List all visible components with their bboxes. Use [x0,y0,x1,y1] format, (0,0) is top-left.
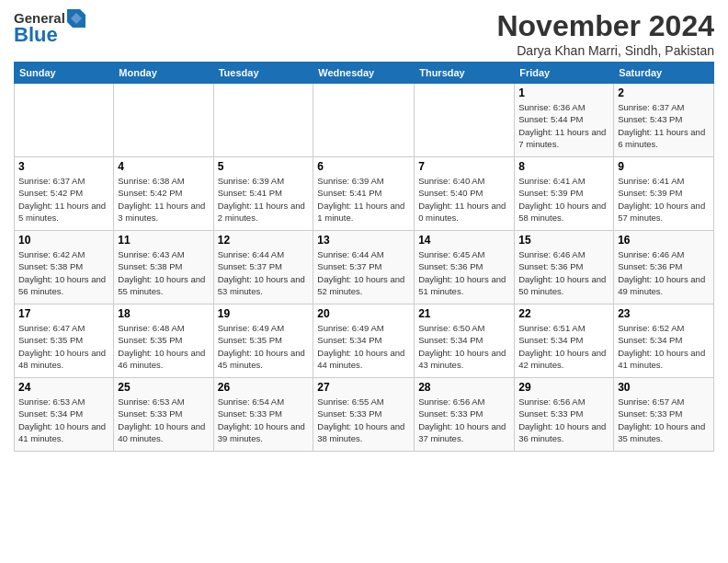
day-number: 14 [418,234,510,247]
calendar-cell: 9Sunrise: 6:41 AM Sunset: 5:39 PM Daylig… [614,157,714,231]
day-info: Sunrise: 6:50 AM Sunset: 5:34 PM Dayligh… [418,322,510,371]
day-number: 22 [518,307,609,320]
logo-icon [67,9,85,28]
day-info: Sunrise: 6:52 AM Sunset: 5:34 PM Dayligh… [618,322,710,371]
day-info: Sunrise: 6:41 AM Sunset: 5:39 PM Dayligh… [618,175,710,224]
day-header-tuesday: Tuesday [213,63,313,84]
calendar-week-row: 10Sunrise: 6:42 AM Sunset: 5:38 PM Dayli… [15,231,714,304]
calendar-cell: 10Sunrise: 6:42 AM Sunset: 5:38 PM Dayli… [15,231,114,304]
day-info: Sunrise: 6:42 AM Sunset: 5:38 PM Dayligh… [18,248,109,297]
subtitle: Darya Khan Marri, Sindh, Pakistan [496,43,714,58]
day-info: Sunrise: 6:45 AM Sunset: 5:36 PM Dayligh… [418,248,510,297]
day-number: 29 [518,381,609,394]
calendar-cell: 7Sunrise: 6:40 AM Sunset: 5:40 PM Daylig… [415,157,515,231]
day-info: Sunrise: 6:55 AM Sunset: 5:33 PM Dayligh… [317,396,410,444]
calendar-cell: 1Sunrise: 6:36 AM Sunset: 5:44 PM Daylig… [515,84,614,157]
calendar-cell: 26Sunrise: 6:54 AM Sunset: 5:33 PM Dayli… [213,378,313,452]
day-number: 20 [317,307,410,320]
day-header-saturday: Saturday [614,63,714,84]
day-number: 15 [518,234,609,247]
day-number: 12 [218,234,310,247]
calendar-cell: 3Sunrise: 6:37 AM Sunset: 5:42 PM Daylig… [15,157,114,231]
day-info: Sunrise: 6:57 AM Sunset: 5:33 PM Dayligh… [618,396,710,444]
calendar-cell: 23Sunrise: 6:52 AM Sunset: 5:34 PM Dayli… [614,304,714,378]
calendar-cell: 16Sunrise: 6:46 AM Sunset: 5:36 PM Dayli… [614,231,714,304]
calendar-cell [213,84,313,157]
day-info: Sunrise: 6:38 AM Sunset: 5:42 PM Dayligh… [118,175,209,224]
day-header-sunday: Sunday [15,63,114,84]
day-number: 19 [218,307,310,320]
day-info: Sunrise: 6:37 AM Sunset: 5:42 PM Dayligh… [18,175,109,224]
day-header-friday: Friday [515,63,614,84]
day-info: Sunrise: 6:43 AM Sunset: 5:38 PM Dayligh… [118,248,209,297]
calendar-cell: 27Sunrise: 6:55 AM Sunset: 5:33 PM Dayli… [313,378,415,452]
day-info: Sunrise: 6:56 AM Sunset: 5:33 PM Dayligh… [518,396,609,444]
day-info: Sunrise: 6:51 AM Sunset: 5:34 PM Dayligh… [518,322,609,371]
day-number: 28 [418,381,510,394]
day-info: Sunrise: 6:41 AM Sunset: 5:39 PM Dayligh… [518,175,609,224]
day-number: 26 [218,381,310,394]
calendar-cell: 28Sunrise: 6:56 AM Sunset: 5:33 PM Dayli… [415,378,515,452]
day-header-wednesday: Wednesday [313,63,415,84]
day-info: Sunrise: 6:39 AM Sunset: 5:41 PM Dayligh… [317,175,410,224]
day-info: Sunrise: 6:44 AM Sunset: 5:37 PM Dayligh… [317,248,410,297]
day-number: 8 [518,160,609,173]
calendar-cell: 14Sunrise: 6:45 AM Sunset: 5:36 PM Dayli… [415,231,515,304]
calendar-cell: 25Sunrise: 6:53 AM Sunset: 5:33 PM Dayli… [114,378,213,452]
day-info: Sunrise: 6:47 AM Sunset: 5:35 PM Dayligh… [18,322,109,371]
day-info: Sunrise: 6:48 AM Sunset: 5:35 PM Dayligh… [118,322,209,371]
calendar-cell: 20Sunrise: 6:49 AM Sunset: 5:34 PM Dayli… [313,304,415,378]
day-number: 6 [317,160,410,173]
day-number: 18 [118,307,209,320]
day-info: Sunrise: 6:36 AM Sunset: 5:44 PM Dayligh… [518,101,609,150]
day-number: 11 [118,234,209,247]
day-header-thursday: Thursday [415,63,515,84]
calendar-week-row: 17Sunrise: 6:47 AM Sunset: 5:35 PM Dayli… [15,304,714,378]
day-info: Sunrise: 6:56 AM Sunset: 5:33 PM Dayligh… [418,396,510,444]
calendar-week-row: 24Sunrise: 6:53 AM Sunset: 5:34 PM Dayli… [15,378,714,452]
day-number: 24 [18,381,109,394]
page-header: General Blue November 2024 Darya Khan Ma… [14,9,714,58]
calendar-cell [114,84,213,157]
day-number: 2 [618,86,710,99]
day-number: 10 [18,234,109,247]
day-info: Sunrise: 6:54 AM Sunset: 5:33 PM Dayligh… [218,396,310,444]
calendar-cell: 12Sunrise: 6:44 AM Sunset: 5:37 PM Dayli… [213,231,313,304]
calendar-cell [15,84,114,157]
day-number: 13 [317,234,410,247]
calendar-cell: 30Sunrise: 6:57 AM Sunset: 5:33 PM Dayli… [614,378,714,452]
day-number: 23 [618,307,710,320]
calendar-cell: 15Sunrise: 6:46 AM Sunset: 5:36 PM Dayli… [515,231,614,304]
calendar-cell [313,84,415,157]
calendar-cell: 18Sunrise: 6:48 AM Sunset: 5:35 PM Dayli… [114,304,213,378]
day-info: Sunrise: 6:46 AM Sunset: 5:36 PM Dayligh… [518,248,609,297]
day-header-monday: Monday [114,63,213,84]
calendar-cell: 24Sunrise: 6:53 AM Sunset: 5:34 PM Dayli… [15,378,114,452]
logo-blue: Blue [14,24,58,46]
month-title: November 2024 [496,9,714,43]
day-number: 16 [618,234,710,247]
day-number: 1 [518,86,609,99]
day-info: Sunrise: 6:49 AM Sunset: 5:35 PM Dayligh… [218,322,310,371]
day-info: Sunrise: 6:49 AM Sunset: 5:34 PM Dayligh… [317,322,410,371]
calendar-cell: 19Sunrise: 6:49 AM Sunset: 5:35 PM Dayli… [213,304,313,378]
calendar-table: SundayMondayTuesdayWednesdayThursdayFrid… [14,62,714,452]
day-number: 25 [118,381,209,394]
calendar-cell: 11Sunrise: 6:43 AM Sunset: 5:38 PM Dayli… [114,231,213,304]
day-info: Sunrise: 6:37 AM Sunset: 5:43 PM Dayligh… [618,101,710,150]
calendar-body: 1Sunrise: 6:36 AM Sunset: 5:44 PM Daylig… [15,84,714,452]
calendar-cell: 21Sunrise: 6:50 AM Sunset: 5:34 PM Dayli… [415,304,515,378]
day-number: 4 [118,160,209,173]
day-info: Sunrise: 6:46 AM Sunset: 5:36 PM Dayligh… [618,248,710,297]
day-info: Sunrise: 6:53 AM Sunset: 5:34 PM Dayligh… [18,396,109,444]
calendar-cell: 17Sunrise: 6:47 AM Sunset: 5:35 PM Dayli… [15,304,114,378]
calendar-cell: 5Sunrise: 6:39 AM Sunset: 5:41 PM Daylig… [213,157,313,231]
day-number: 9 [618,160,710,173]
day-info: Sunrise: 6:44 AM Sunset: 5:37 PM Dayligh… [218,248,310,297]
day-number: 3 [18,160,109,173]
calendar-week-row: 3Sunrise: 6:37 AM Sunset: 5:42 PM Daylig… [15,157,714,231]
calendar-cell: 4Sunrise: 6:38 AM Sunset: 5:42 PM Daylig… [114,157,213,231]
calendar-cell: 6Sunrise: 6:39 AM Sunset: 5:41 PM Daylig… [313,157,415,231]
day-number: 17 [18,307,109,320]
calendar-header-row: SundayMondayTuesdayWednesdayThursdayFrid… [15,63,714,84]
